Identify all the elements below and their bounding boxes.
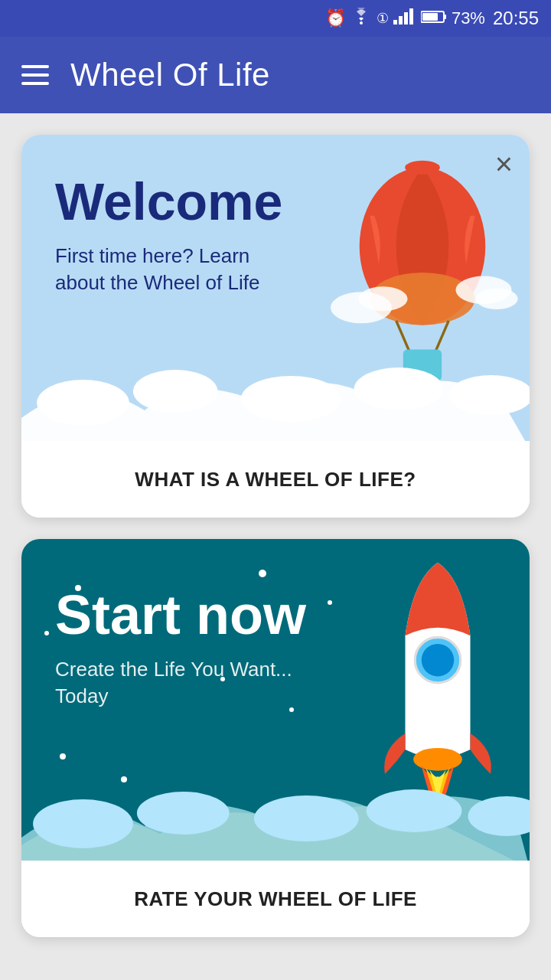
start-card-header: Start now Create the Life You Want... To…: [21, 539, 530, 861]
svg-rect-2: [399, 16, 403, 24]
welcome-subtext: First time here? Learn about the Wheel o…: [55, 243, 285, 296]
svg-point-27: [137, 792, 230, 835]
svg-point-19: [133, 370, 218, 413]
svg-point-22: [448, 375, 530, 415]
welcome-card-footer[interactable]: WHAT IS A WHEEL OF LIFE?: [21, 441, 530, 518]
svg-rect-7: [422, 13, 438, 21]
battery-icon: [421, 8, 447, 28]
svg-line-12: [435, 321, 448, 351]
main-content: × Welcome First time here? Learn about t…: [0, 113, 551, 959]
svg-point-21: [354, 368, 444, 410]
svg-point-25: [413, 748, 462, 771]
svg-point-0: [360, 21, 363, 24]
start-cta-text: RATE YOUR WHEEL OF LIFE: [134, 887, 417, 911]
svg-point-15: [359, 286, 408, 311]
svg-point-17: [476, 289, 518, 309]
status-bar: ⏰ ①: [0, 0, 551, 37]
svg-rect-1: [393, 20, 397, 24]
svg-point-26: [33, 799, 133, 848]
welcome-text-area: Welcome First time here? Learn about the…: [55, 173, 285, 296]
svg-rect-3: [404, 12, 408, 24]
svg-point-9: [405, 161, 440, 175]
svg-point-24: [422, 644, 455, 677]
app-bar: Wheel Of Life: [0, 37, 551, 113]
svg-point-29: [367, 789, 462, 832]
start-card[interactable]: Start now Create the Life You Want... To…: [21, 539, 530, 937]
start-heading: Start now: [55, 585, 315, 645]
battery-percent: 73%: [452, 8, 485, 28]
wifi-icon: [350, 8, 372, 29]
svg-point-20: [241, 376, 341, 422]
welcome-card[interactable]: × Welcome First time here? Learn about t…: [21, 135, 530, 518]
svg-rect-4: [409, 8, 413, 24]
svg-point-18: [37, 380, 129, 426]
sim1-icon: ①: [377, 10, 389, 27]
welcome-heading: Welcome: [55, 173, 285, 230]
app-title: Wheel Of Life: [70, 57, 270, 93]
welcome-card-header: × Welcome First time here? Learn about t…: [21, 135, 530, 441]
start-text-area: Start now Create the Life You Want... To…: [55, 585, 315, 710]
time-display: 20:55: [493, 8, 539, 29]
start-card-footer[interactable]: RATE YOUR WHEEL OF LIFE: [21, 861, 530, 937]
start-subtext: Create the Life You Want... Today: [55, 656, 315, 710]
signal-icon: [393, 8, 416, 29]
welcome-cta-text: WHAT IS A WHEEL OF LIFE?: [135, 468, 416, 492]
svg-line-11: [396, 321, 409, 351]
alarm-icon: ⏰: [325, 8, 346, 28]
svg-rect-6: [444, 15, 446, 19]
menu-button[interactable]: [21, 65, 49, 85]
close-button[interactable]: ×: [495, 149, 513, 179]
svg-point-28: [254, 795, 359, 841]
status-icons: ⏰ ①: [325, 8, 539, 29]
